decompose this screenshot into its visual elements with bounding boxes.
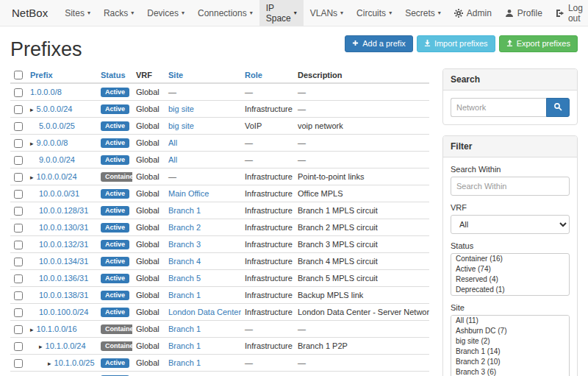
vrf-cell: Global bbox=[132, 135, 165, 152]
row-checkbox[interactable] bbox=[14, 88, 23, 97]
listbox-option[interactable]: Ashburn DC (7) bbox=[451, 326, 569, 336]
nav-admin-label: Admin bbox=[467, 8, 492, 18]
prefix-link[interactable]: 9.0.0.0/8 bbox=[37, 138, 68, 147]
site-link[interactable]: Branch 3 bbox=[168, 240, 201, 249]
status-listbox[interactable]: Container (16)Active (74)Reserved (4)Dep… bbox=[451, 253, 570, 296]
expand-caret-icon[interactable]: ▸ bbox=[30, 174, 34, 181]
prefix-link[interactable]: 10.0.0.130/31 bbox=[39, 223, 88, 232]
prefix-link[interactable]: 1.0.0.0/8 bbox=[30, 88, 62, 96]
row-checkbox[interactable] bbox=[14, 258, 23, 266]
site-link[interactable]: big site bbox=[168, 104, 194, 113]
prefix-link[interactable]: 10.1.0.0/24 bbox=[46, 341, 86, 350]
expand-caret-icon[interactable]: ▸ bbox=[30, 326, 34, 333]
prefix-link[interactable]: 10.0.0.136/31 bbox=[39, 274, 88, 283]
prefix-link[interactable]: 10.0.100.0/24 bbox=[39, 308, 88, 316]
expand-caret-icon[interactable]: ▸ bbox=[48, 360, 51, 367]
expand-caret-icon[interactable]: ▸ bbox=[30, 106, 34, 113]
listbox-option[interactable]: Branch 1 (14) bbox=[451, 347, 569, 357]
prefix-link[interactable]: 10.1.0.0/25 bbox=[54, 358, 95, 367]
site-link[interactable]: Branch 5 bbox=[168, 274, 201, 283]
nav-logout[interactable]: Log out bbox=[549, 0, 588, 26]
expand-caret-icon[interactable]: ▸ bbox=[30, 140, 34, 147]
row-checkbox[interactable] bbox=[14, 122, 23, 131]
prefix-link[interactable]: 10.1.0.0/16 bbox=[37, 324, 77, 333]
site-link[interactable]: London Data Center bbox=[168, 308, 241, 316]
prefix-link[interactable]: 5.0.0.0/24 bbox=[37, 104, 73, 113]
site-link[interactable]: All bbox=[168, 155, 177, 164]
column-sort-status[interactable]: Status bbox=[101, 71, 126, 79]
prefix-link[interactable]: 10.0.0.0/31 bbox=[39, 189, 79, 198]
nav-profile[interactable]: Profile bbox=[498, 0, 549, 26]
site-link[interactable]: Branch 1 bbox=[168, 291, 201, 299]
nav-admin[interactable]: Admin bbox=[448, 0, 498, 26]
site-link[interactable]: big site bbox=[168, 121, 194, 130]
row-checkbox[interactable] bbox=[14, 156, 23, 165]
site-cell: big site bbox=[165, 101, 241, 118]
listbox-option[interactable]: All (11) bbox=[451, 316, 569, 326]
nav-connections-label: Connections bbox=[198, 8, 247, 18]
row-checkbox[interactable] bbox=[14, 308, 23, 317]
role-cell: Infrastructure bbox=[241, 236, 294, 253]
prefix-link[interactable]: 10.0.0.134/31 bbox=[39, 257, 88, 266]
listbox-option[interactable]: big site (2) bbox=[451, 336, 569, 347]
nav-circuits[interactable]: Circuits▾ bbox=[350, 0, 398, 26]
prefix-link[interactable]: 5.0.0.0/25 bbox=[39, 121, 75, 130]
nav-secrets[interactable]: Secrets▾ bbox=[398, 0, 448, 26]
row-checkbox[interactable] bbox=[14, 325, 23, 334]
site-link[interactable]: Main Office bbox=[168, 189, 209, 198]
site-cell: — bbox=[165, 83, 241, 101]
listbox-option[interactable]: Container (16) bbox=[451, 254, 569, 264]
nav-ip-space[interactable]: IP Space▾ bbox=[259, 0, 304, 26]
row-checkbox[interactable] bbox=[14, 241, 23, 249]
nav-connections[interactable]: Connections▾ bbox=[191, 0, 259, 26]
vrf-select[interactable]: All bbox=[451, 215, 570, 234]
export-prefixes-button[interactable]: Export prefixes bbox=[499, 35, 578, 52]
add-prefix-button[interactable]: Add a prefix bbox=[345, 35, 413, 52]
site-link[interactable]: Branch 4 bbox=[168, 257, 201, 266]
listbox-option[interactable]: Branch 3 (6) bbox=[451, 367, 569, 376]
row-checkbox[interactable] bbox=[14, 207, 23, 216]
search-button[interactable] bbox=[546, 98, 570, 117]
nav-devices[interactable]: Devices▾ bbox=[140, 0, 191, 26]
prefix-link[interactable]: 10.0.0.128/31 bbox=[39, 206, 88, 215]
site-link[interactable]: Branch 2 bbox=[168, 223, 201, 232]
site-link[interactable]: Branch 1 bbox=[168, 324, 201, 333]
listbox-option[interactable]: Branch 2 (10) bbox=[451, 357, 569, 367]
brand[interactable]: NetBox bbox=[7, 0, 58, 26]
prefix-link[interactable]: 9.0.0.0/24 bbox=[39, 155, 75, 164]
site-listbox[interactable]: All (11)Ashburn DC (7)big site (2)Branch… bbox=[451, 315, 570, 376]
row-checkbox[interactable] bbox=[14, 139, 23, 148]
status-badge: Active bbox=[101, 240, 129, 249]
listbox-option[interactable]: Active (74) bbox=[451, 264, 569, 274]
site-link[interactable]: Branch 1 bbox=[168, 206, 201, 215]
row-checkbox[interactable] bbox=[14, 274, 23, 283]
row-checkbox[interactable] bbox=[14, 342, 23, 351]
nav-vlans[interactable]: VLANs▾ bbox=[304, 0, 350, 26]
column-sort-prefix[interactable]: Prefix bbox=[30, 71, 53, 79]
expand-caret-icon[interactable]: ▸ bbox=[39, 343, 43, 350]
site-link[interactable]: Branch 1 bbox=[168, 358, 201, 367]
prefix-link[interactable]: 10.0.0.132/31 bbox=[39, 240, 88, 249]
site-link[interactable]: All bbox=[168, 138, 177, 147]
row-checkbox[interactable] bbox=[14, 173, 23, 182]
select-all-checkbox[interactable] bbox=[14, 71, 23, 79]
row-checkbox[interactable] bbox=[14, 105, 23, 114]
row-checkbox[interactable] bbox=[14, 224, 23, 233]
chevron-down-icon: ▾ bbox=[87, 10, 90, 16]
nav-racks[interactable]: Racks▾ bbox=[97, 0, 140, 26]
search-input[interactable] bbox=[451, 98, 546, 117]
site-link[interactable]: Branch 1 bbox=[168, 341, 201, 350]
column-sort-site[interactable]: Site bbox=[168, 71, 183, 79]
row-checkbox[interactable] bbox=[14, 291, 23, 300]
prefix-link[interactable]: 10.0.0.138/31 bbox=[39, 291, 88, 299]
import-prefixes-button[interactable]: Import prefixes bbox=[417, 35, 495, 52]
table-row: 10.0.0.136/31ActiveGlobalBranch 5Infrast… bbox=[10, 270, 429, 287]
listbox-option[interactable]: Deprecated (1) bbox=[451, 285, 569, 295]
row-checkbox[interactable] bbox=[14, 359, 23, 368]
column-sort-role[interactable]: Role bbox=[245, 71, 262, 79]
row-checkbox[interactable] bbox=[14, 190, 23, 199]
listbox-option[interactable]: Reserved (4) bbox=[451, 274, 569, 285]
prefix-link[interactable]: 10.0.0.0/24 bbox=[37, 172, 77, 181]
nav-sites[interactable]: Sites▾ bbox=[58, 0, 97, 26]
search-within-input[interactable] bbox=[451, 177, 570, 196]
